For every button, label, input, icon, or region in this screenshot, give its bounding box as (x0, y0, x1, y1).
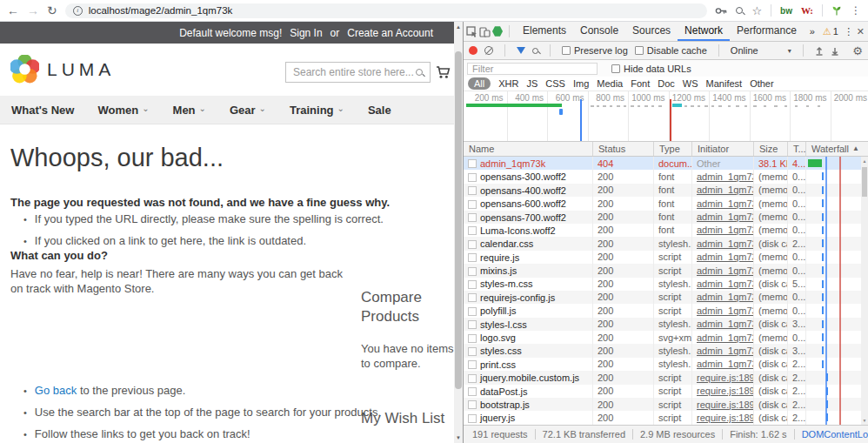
scroll-down-icon[interactable]: ▼ (861, 417, 868, 424)
search-icon[interactable] (416, 69, 423, 76)
scroll-down-icon[interactable]: ▼ (454, 433, 463, 442)
type-filter-img[interactable]: Img (573, 78, 589, 89)
table-row[interactable]: opensans-700.woff2200fontadmin_1qm73k(me… (464, 211, 868, 224)
tab-console[interactable]: Console (573, 22, 625, 41)
checkbox-icon[interactable] (635, 46, 644, 55)
column-header-initiator[interactable]: Initiator (692, 142, 754, 156)
network-settings-gear-icon[interactable]: ⚙ (852, 44, 863, 57)
page-scrollbar[interactable]: ▲ ▼ (454, 22, 463, 443)
type-filter-xhr[interactable]: XHR (498, 78, 518, 89)
table-row[interactable]: opensans-600.woff2200fontadmin_1qm73k(me… (464, 197, 868, 210)
initiator-link[interactable]: require.js:1895 (697, 386, 754, 396)
address-bar[interactable]: i localhost/mage2/admin_1qm73k (65, 3, 708, 18)
network-search-icon[interactable] (532, 48, 538, 54)
initiator-link[interactable]: require.js:1895 (697, 373, 754, 383)
devtools-close-icon[interactable]: ✕ (855, 23, 865, 39)
throttling-dropdown[interactable]: Online ▾ (731, 45, 791, 56)
inspect-element-icon[interactable] (466, 23, 477, 39)
column-header-waterfall[interactable]: Waterfall▲ (806, 142, 868, 156)
bookmark-star-icon[interactable]: ☆ (751, 4, 762, 17)
initiator-link[interactable]: admin_1qm73k (697, 279, 754, 289)
initiator-link[interactable]: admin_1qm73k (697, 265, 754, 276)
table-row[interactable]: styles-l.css200stylesh...admin_1qm73k(di… (464, 318, 868, 331)
reload-icon[interactable]: ↻ (47, 4, 57, 17)
sign-in-link[interactable]: Sign In (290, 27, 322, 39)
page-info-icon[interactable]: i (73, 6, 83, 16)
network-filter-input[interactable] (467, 63, 598, 75)
more-tabs-icon[interactable]: » (805, 26, 819, 37)
extension-w-icon[interactable]: W: (801, 5, 813, 16)
key-icon[interactable] (715, 7, 727, 15)
table-scrollbar[interactable]: ▲ ▼ (861, 157, 868, 425)
tab-sources[interactable]: Sources (625, 22, 678, 41)
type-filter-doc[interactable]: Doc (658, 78, 675, 89)
column-header-name[interactable]: Name (464, 142, 593, 156)
tab-elements[interactable]: Elements (516, 22, 573, 41)
store-search[interactable] (285, 62, 431, 83)
clear-icon[interactable] (484, 46, 493, 55)
tab-network[interactable]: Network (678, 22, 730, 41)
zoom-icon[interactable] (736, 7, 743, 14)
initiator-link[interactable]: require.js:1895 (697, 413, 754, 423)
initiator-link[interactable]: admin_1qm73k (697, 319, 754, 329)
column-header-status[interactable]: Status (593, 142, 654, 156)
initiator-link[interactable]: admin_1qm73k (697, 332, 754, 343)
type-filter-font[interactable]: Font (631, 78, 650, 89)
type-filter-ws[interactable]: WS (683, 78, 698, 89)
url-text[interactable]: localhost/mage2/admin_1qm73k (89, 5, 233, 16)
table-row[interactable]: mixins.js200scriptadmin_1qm73k(memo...0.… (464, 264, 868, 277)
initiator-link[interactable]: admin_1qm73k (697, 185, 754, 195)
browser-menu-icon[interactable]: ⋮ (851, 4, 861, 17)
scroll-up-icon[interactable]: ▲ (454, 23, 463, 31)
table-row[interactable]: opensans-400.woff2200fontadmin_1qm73k(me… (464, 184, 868, 197)
cart-button[interactable] (435, 65, 451, 83)
table-row[interactable]: bootstrap.js200scriptrequire.js:1895(dis… (464, 398, 868, 411)
nav-item-training[interactable]: Training⌄ (290, 104, 344, 117)
initiator-link[interactable]: admin_1qm73k (697, 198, 754, 209)
export-har-icon[interactable] (831, 46, 839, 56)
initiator-link[interactable]: admin_1qm73k (697, 211, 754, 222)
table-row[interactable]: styles.css200stylesh...admin_1qm73k(disk… (464, 344, 868, 357)
table-row[interactable]: calendar.css200stylesh...admin_1qm73k(di… (464, 237, 868, 250)
nav-item-women[interactable]: Women⌄ (97, 104, 149, 117)
scrollbar-thumb[interactable] (862, 167, 867, 197)
tab-performance[interactable]: Performance (730, 22, 804, 41)
nav-item-men[interactable]: Men⌄ (173, 104, 206, 117)
initiator-link[interactable]: admin_1qm73k (697, 359, 754, 369)
initiator-link[interactable]: admin_1qm73k (697, 238, 754, 249)
nav-item-what-s-new[interactable]: What's New (11, 104, 74, 117)
type-filter-all[interactable]: All (468, 77, 491, 90)
device-toolbar-icon[interactable] (479, 23, 491, 39)
table-row[interactable]: requirejs-config.js200scriptadmin_1qm73k… (464, 291, 868, 304)
column-header-type[interactable]: Type (654, 142, 692, 156)
scroll-up-icon[interactable]: ▲ (861, 158, 868, 164)
plant-extension-icon[interactable] (831, 5, 842, 16)
initiator-link[interactable]: admin_1qm73k (697, 252, 754, 262)
type-filter-js[interactable]: JS (526, 78, 537, 89)
checkbox-icon[interactable] (611, 64, 620, 73)
column-header-t[interactable]: T... (788, 142, 806, 156)
create-account-link[interactable]: Create an Account (347, 27, 433, 39)
table-row[interactable]: jquery.js200scriptrequire.js:1895(disk c… (464, 411, 868, 424)
initiator-link[interactable]: admin_1qm73k (697, 346, 754, 356)
filter-funnel-icon[interactable] (517, 47, 525, 54)
table-row[interactable]: opensans-300.woff2200fontadmin_1qm73k(me… (464, 170, 868, 183)
table-row[interactable]: print.css200stylesh...admin_1qm73k(disk … (464, 358, 868, 371)
type-filter-manifest[interactable]: Manifest (706, 78, 743, 89)
column-header-size[interactable]: Size (754, 142, 788, 156)
go-back-link[interactable]: Go back (35, 384, 77, 397)
forward-icon[interactable]: → (27, 4, 39, 17)
vue-devtools-icon[interactable] (492, 23, 503, 39)
table-row[interactable]: polyfill.js200scriptadmin_1qm73k(memo...… (464, 304, 868, 317)
table-row[interactable]: require.js200scriptadmin_1qm73k(memo...0… (464, 251, 868, 264)
network-overview-timeline[interactable]: 200 ms400 ms600 ms800 ms1000 ms1200 ms14… (464, 91, 868, 142)
warning-badge[interactable]: ⚠ 1 (823, 26, 838, 37)
initiator-link[interactable]: admin_1qm73k (697, 171, 754, 182)
table-row[interactable]: logo.svg200svg+xmladmin_1qm73k(memo...0.… (464, 331, 868, 344)
store-search-input[interactable] (293, 66, 416, 78)
hide-data-urls-toggle[interactable]: Hide data URLs (611, 64, 691, 74)
initiator-link[interactable]: require.js:1895 (697, 399, 754, 410)
nav-item-gear[interactable]: Gear⌄ (230, 104, 266, 117)
devtools-menu-icon[interactable]: ⋮ (844, 23, 854, 39)
table-row[interactable]: admin_1qm73k404docum...Other38.1 KB4... (464, 157, 868, 170)
